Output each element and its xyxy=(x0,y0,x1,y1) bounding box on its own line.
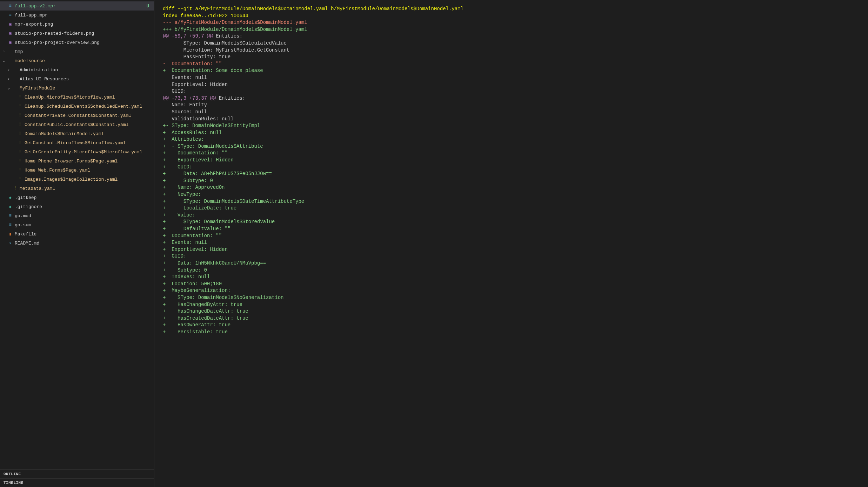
tree-item[interactable]: ▣mpr-export.png xyxy=(0,20,154,29)
diff-line: + Indexes: null xyxy=(163,274,860,281)
chevron-down-icon[interactable]: ⌄ xyxy=(1,58,6,63)
go-icon: ≡ xyxy=(7,222,13,227)
gitkeep-icon: ◈ xyxy=(7,204,13,209)
file-label: Makefile xyxy=(15,232,151,237)
diff-line: + Data: A8+hFhPALUS7SPeO5nJJOw== xyxy=(163,171,860,178)
file-label: metadata.yaml xyxy=(20,186,151,191)
tree-item[interactable]: !CleanUp.Microflows$Microflow.yaml xyxy=(0,93,154,102)
chevron-down-icon[interactable]: ⌄ xyxy=(6,86,11,91)
png-icon: ▣ xyxy=(7,40,13,45)
diff-line: + Attributes: xyxy=(163,136,860,143)
diff-line: --- a/MyFirstModule/DomainModels$DomainM… xyxy=(163,19,860,26)
file-label: go.mod xyxy=(15,213,151,219)
file-label: studio-pro-nested-folders.png xyxy=(15,31,151,36)
diff-line: + Documentation: "" xyxy=(163,150,860,157)
file-label: modelsource xyxy=(15,58,151,64)
diff-line: + MaybeGeneralization: xyxy=(163,287,860,294)
diff-line: + Data: 1hH5NkhkC0ancU/NMuVpbg== xyxy=(163,260,860,267)
yaml-icon: ! xyxy=(17,95,23,100)
diff-line: + $Type: DomainModels$NoGeneralization xyxy=(163,294,860,301)
diff-line: + HasChangedDateAttr: true xyxy=(163,308,860,315)
tree-item[interactable]: ◈.gitignore xyxy=(0,202,154,211)
yaml-icon: ! xyxy=(17,104,23,109)
diff-line: + Subtype: 0 xyxy=(163,178,860,185)
tree-item[interactable]: ≡go.mod xyxy=(0,211,154,220)
tree-item[interactable]: ▮Makefile xyxy=(0,229,154,239)
diff-line: + ExportLevel: Hidden xyxy=(163,157,860,164)
diff-line: ExportLevel: Hidden xyxy=(163,81,860,88)
tree-item[interactable]: ›tmp xyxy=(0,47,154,56)
file-label: MyFirstModule xyxy=(20,86,151,91)
file-label: GetConstant.Microflows$Microflow.yaml xyxy=(25,140,151,146)
tree-item[interactable]: !DomainModels$DomainModel.yaml xyxy=(0,129,154,138)
diff-editor[interactable]: diff --git a/MyFirstModule/DomainModels$… xyxy=(154,0,868,487)
yaml-icon: ! xyxy=(17,131,23,136)
tree-item[interactable]: !GetConstant.Microflows$Microflow.yaml xyxy=(0,138,154,147)
png-icon: ▣ xyxy=(7,31,13,36)
diff-line: + $Type: DomainModels$DateTimeAttributeT… xyxy=(163,198,860,205)
diff-line: + GUID: xyxy=(163,164,860,171)
diff-line: + Events: null xyxy=(163,239,860,246)
yaml-icon: ! xyxy=(17,122,23,127)
diff-line: + Location: 500;180 xyxy=(163,281,860,288)
diff-line: @@ -73,3 +73,37 @@ Entities: xyxy=(163,95,860,102)
tree-item[interactable]: ≡go.sum xyxy=(0,220,154,229)
diff-line: + HasChangedByAttr: true xyxy=(163,301,860,308)
tree-item[interactable]: ›Administration xyxy=(0,65,154,74)
diff-line: @@ -59,7 +59,7 @@ Entities: xyxy=(163,33,860,40)
timeline-panel-header[interactable]: TIMELINE xyxy=(0,478,154,487)
file-label: Home_Phone_Browser.Forms$Page.yaml xyxy=(25,159,151,164)
tree-item[interactable]: ▣studio-pro-project-overview.png xyxy=(0,38,154,47)
md-icon: ▾ xyxy=(7,241,13,246)
diff-line: Source: null xyxy=(163,109,860,116)
tree-item[interactable]: ⌄modelsource xyxy=(0,56,154,65)
tree-item[interactable]: !ConstantPrivate.Constants$Constant.yaml xyxy=(0,111,154,120)
file-tree[interactable]: ≡full-app-v2.mprU≡full-app.mpr▣mpr-expor… xyxy=(0,0,154,469)
diff-line: Name: Entity xyxy=(163,102,860,109)
file-label: mpr-export.png xyxy=(15,22,151,27)
gitkeep-icon: ◈ xyxy=(7,195,13,200)
diff-line: $Type: DomainModels$CalculatedValue xyxy=(163,40,860,47)
diff-line: PassEntity: true xyxy=(163,54,860,61)
chevron-right-icon[interactable]: › xyxy=(6,76,11,81)
yaml-icon: ! xyxy=(17,140,23,145)
tree-item[interactable]: !Home_Phone_Browser.Forms$Page.yaml xyxy=(0,156,154,166)
tree-item[interactable]: ≡full-app.mpr xyxy=(0,11,154,20)
tree-item[interactable]: ≡full-app-v2.mprU xyxy=(0,1,154,11)
file-label: tmp xyxy=(15,49,151,54)
tree-item[interactable]: ◈.gitkeep xyxy=(0,193,154,202)
tree-item[interactable]: ▣studio-pro-nested-folders.png xyxy=(0,29,154,38)
diff-line: + DefaultValue: "" xyxy=(163,226,860,233)
tree-item[interactable]: !metadata.yaml xyxy=(0,184,154,193)
diff-line: Events: null xyxy=(163,74,860,81)
file-label: Home_Web.Forms$Page.yaml xyxy=(25,168,151,173)
file-label: ConstantPublic.Constants$Constant.yaml xyxy=(25,122,151,127)
outline-panel-header[interactable]: OUTLINE xyxy=(0,469,154,478)
diff-line: + - $Type: DomainModels$Attribute xyxy=(163,143,860,150)
tree-item[interactable]: !Home_Web.Forms$Page.yaml xyxy=(0,166,154,175)
tree-item[interactable]: !GetOrCreateEntity.Microflows$Microflow.… xyxy=(0,147,154,156)
yaml-icon: ! xyxy=(17,149,23,154)
tree-item[interactable]: ▾README.md xyxy=(0,239,154,248)
tree-item[interactable]: !ConstantPublic.Constants$Constant.yaml xyxy=(0,120,154,129)
tree-item[interactable]: !Cleanup.ScheduledEvents$ScheduledEvent.… xyxy=(0,102,154,111)
go-icon: ≡ xyxy=(7,213,13,218)
chevron-right-icon[interactable]: › xyxy=(1,49,6,54)
diff-line: + Name: ApprovedOn xyxy=(163,184,860,191)
diff-line: + Documentation: "" xyxy=(163,233,860,240)
tree-item[interactable]: ⌄MyFirstModule xyxy=(0,84,154,93)
file-label: .gitkeep xyxy=(15,195,151,200)
diff-line: + GUID: xyxy=(163,253,860,260)
file-label: Administration xyxy=(20,67,151,73)
diff-line: + NewType: xyxy=(163,191,860,198)
chevron-right-icon[interactable]: › xyxy=(6,67,11,72)
diff-line: + AccessRules: null xyxy=(163,129,860,136)
yaml-icon: ! xyxy=(17,168,23,173)
tree-item[interactable]: !Images.Images$ImageCollection.yaml xyxy=(0,175,154,184)
yaml-icon: ! xyxy=(17,177,23,182)
diff-line: + LocalizeDate: true xyxy=(163,205,860,212)
diff-line: + HasCreatedDateAttr: true xyxy=(163,315,860,322)
tree-item[interactable]: ›Atlas_UI_Resources xyxy=(0,74,154,84)
mpr-icon: ≡ xyxy=(7,13,13,18)
png-icon: ▣ xyxy=(7,22,13,27)
